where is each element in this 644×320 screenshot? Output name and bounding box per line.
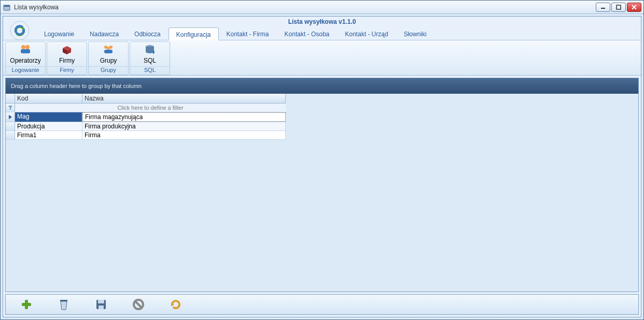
app-header-title: Lista wysyłkowa v1.1.0 [3, 17, 641, 27]
svg-marker-21 [8, 106, 12, 110]
ribbon-caption: Grupy [89, 66, 128, 75]
cell-nazwa[interactable]: Firma magazynująca [82, 112, 286, 122]
ribbon-label: Grupy [100, 57, 117, 64]
ribbon-group-logowanie: Operatorzy Logowanie [5, 41, 46, 75]
ribbon-caption: Logowanie [6, 66, 45, 75]
menu-item-nadawcza[interactable]: Nadawcza [82, 27, 127, 40]
add-button[interactable] [20, 298, 33, 311]
users-icon [19, 44, 32, 56]
save-button[interactable] [95, 298, 107, 311]
maximize-button[interactable] [611, 3, 626, 12]
group-icon [102, 44, 115, 56]
cell-kod[interactable]: Mag [15, 112, 82, 122]
svg-marker-22 [9, 115, 12, 119]
menu-item-kontakt-osoba[interactable]: Kontakt - Osoba [277, 27, 338, 40]
svg-line-30 [135, 301, 142, 308]
close-button[interactable] [627, 3, 641, 12]
filter-hint[interactable]: Click here to define a filter [15, 104, 286, 112]
row-indicator [6, 131, 15, 139]
bottom-toolbar [5, 294, 639, 315]
ribbon-label: Firmy [59, 57, 75, 64]
box-icon [61, 44, 73, 56]
column-header-kod[interactable]: Kod [15, 94, 82, 103]
svg-rect-1 [4, 5, 10, 7]
database-icon [144, 44, 156, 56]
table-row[interactable]: Mag Firma magazynująca [6, 112, 286, 122]
ribbon: Operatorzy Logowanie Firmy Firmy Grupy [3, 40, 641, 76]
app-frame: Lista wysyłkowa v1.1.0 Logowanie Nadawcz… [3, 16, 641, 317]
ribbon-label: Operatorzy [10, 57, 40, 64]
ribbon-caption: SQL [130, 66, 170, 75]
svg-rect-18 [104, 50, 113, 53]
svg-point-9 [21, 45, 25, 49]
menubar: Logowanie Nadawcza Odbiocza Konfiguracja… [3, 27, 641, 40]
svg-point-17 [107, 47, 110, 50]
refresh-button[interactable] [170, 298, 182, 311]
svg-rect-3 [617, 5, 621, 9]
row-indicator [6, 112, 15, 122]
table-row[interactable]: Firma1 Firma [6, 131, 286, 140]
operatorzy-button[interactable]: Operatorzy [7, 43, 44, 65]
table-row[interactable]: Produkcja Firma produkcyjna [6, 122, 286, 131]
app-icon [3, 3, 11, 11]
titlebar[interactable]: Lista wysyłkowa [1, 1, 643, 14]
svg-rect-24 [22, 303, 31, 306]
row-indicator [6, 122, 15, 130]
filter-row[interactable]: Click here to define a filter [6, 104, 286, 112]
svg-rect-28 [99, 306, 104, 309]
cancel-button[interactable] [132, 298, 145, 311]
indicator-column-header [6, 94, 15, 103]
ribbon-label: SQL [144, 57, 156, 64]
menu-item-konfiguracja[interactable]: Konfiguracja [169, 27, 219, 40]
menu-item-kontakt-firma[interactable]: Kontakt - Firma [219, 27, 277, 40]
svg-point-6 [10, 21, 29, 40]
filter-icon [6, 104, 15, 112]
cell-kod[interactable]: Firma1 [15, 131, 82, 139]
application-window: Lista wysyłkowa Lista wysyłkowa v1.1.0 L… [0, 0, 644, 320]
svg-rect-27 [98, 300, 104, 303]
ribbon-caption: Firmy [47, 66, 87, 75]
refresh-main-icon[interactable] [7, 18, 32, 43]
menu-item-kontakt-urzad[interactable]: Kontakt - Urząd [337, 27, 396, 40]
cell-nazwa[interactable]: Firma [82, 131, 286, 139]
window-controls [596, 3, 641, 12]
group-by-panel[interactable]: Drag a column header here to group by th… [6, 78, 638, 94]
ribbon-group-sql: SQL SQL [130, 41, 170, 75]
delete-button[interactable] [58, 298, 70, 311]
data-grid-panel: Drag a column header here to group by th… [5, 78, 639, 292]
svg-rect-25 [60, 300, 67, 301]
menu-item-odbiocza[interactable]: Odbiocza [127, 27, 169, 40]
firmy-button[interactable]: Firmy [48, 43, 86, 65]
window-title: Lista wysyłkowa [14, 4, 596, 11]
cell-nazwa[interactable]: Firma produkcyjna [82, 122, 286, 130]
cell-kod[interactable]: Produkcja [15, 122, 82, 130]
menu-item-slowniki[interactable]: Słowniki [396, 27, 435, 40]
data-grid: Kod Nazwa Click here to define a filter … [6, 94, 286, 140]
minimize-button[interactable] [596, 3, 610, 12]
column-header-nazwa[interactable]: Nazwa [82, 94, 286, 103]
grupy-button[interactable]: Grupy [90, 43, 127, 65]
svg-rect-11 [21, 49, 30, 53]
ribbon-group-firmy: Firmy Firmy [47, 41, 87, 75]
sql-button[interactable]: SQL [131, 43, 169, 65]
ribbon-group-grupy: Grupy Grupy [88, 41, 129, 75]
grid-header-row: Kod Nazwa [6, 94, 286, 104]
svg-point-10 [25, 45, 30, 49]
menu-item-logowanie[interactable]: Logowanie [36, 27, 82, 40]
